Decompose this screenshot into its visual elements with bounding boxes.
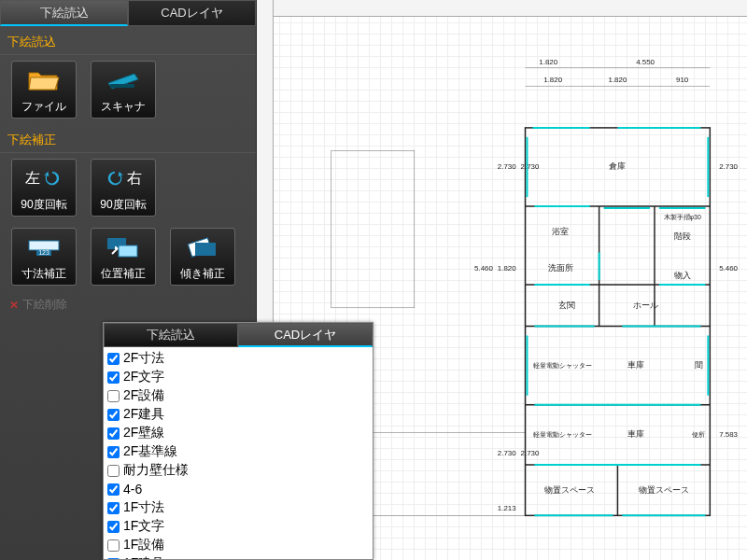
rotate-right-icon: 右 (92, 160, 155, 197)
sidebar-tabbar: 下絵読込 CADレイヤ (0, 0, 256, 26)
layer-list[interactable]: 2F寸法2F文字2F設備2F建具2F壁線2F基準線耐力壁仕様4-61F寸法1F文… (104, 347, 373, 559)
layer-item[interactable]: 1F設備 (107, 536, 369, 554)
layer-checkbox[interactable] (107, 446, 120, 458)
floor-plan: 1.820 4.550 1.820 1.820 910 2.730 2.730 … (313, 28, 738, 551)
scanner-icon (92, 62, 155, 99)
svg-text:車庫: 車庫 (627, 429, 644, 439)
svg-text:階段: 階段 (674, 231, 691, 241)
layer-label: 2F基準線 (123, 443, 177, 460)
layer-checkbox[interactable] (107, 390, 120, 402)
layer-item[interactable]: 1F文字 (107, 517, 369, 536)
layer-checkbox[interactable] (107, 483, 120, 496)
layer-item[interactable]: 2F基準線 (107, 442, 369, 461)
svg-text:玄関: 玄関 (558, 301, 575, 310)
tilt-correct-button[interactable]: 傾き補正 (170, 228, 235, 286)
svg-rect-5 (119, 245, 137, 257)
svg-text:2.730: 2.730 (498, 449, 516, 457)
svg-text:910: 910 (676, 76, 689, 84)
ruler-horizontal (257, 0, 747, 17)
layer-item[interactable]: 4-6 (107, 480, 369, 498)
dimension-correct-label: 寸法補正 (21, 266, 66, 282)
layer-tab-cad[interactable]: CADレイヤ (238, 323, 373, 347)
layer-label: 4-6 (123, 482, 142, 497)
layer-panel-tabs: 下絵読込 CADレイヤ (104, 323, 373, 347)
layer-label: 1F設備 (123, 537, 164, 553)
layer-item[interactable]: 2F設備 (107, 386, 369, 405)
svg-text:5.460: 5.460 (719, 264, 738, 273)
svg-text:物置スペース: 物置スペース (544, 485, 595, 495)
layer-item[interactable]: 2F文字 (107, 368, 369, 386)
layer-label: 2F設備 (123, 387, 164, 404)
layer-checkbox[interactable] (107, 558, 120, 560)
layer-panel[interactable]: 下絵読込 CADレイヤ 2F寸法2F文字2F設備2F建具2F壁線2F基準線耐力壁… (103, 322, 374, 560)
svg-text:軽量電動シャッター: 軽量電動シャッター (533, 362, 592, 370)
svg-rect-10 (526, 128, 711, 515)
layer-checkbox[interactable] (107, 465, 120, 477)
svg-text:洗面所: 洗面所 (548, 263, 573, 273)
layer-item[interactable]: 2F寸法 (107, 349, 369, 368)
layer-label: 2F建具 (123, 406, 164, 423)
layer-label: 1F建具 (123, 555, 164, 559)
delete-x-icon: ✕ (9, 299, 19, 312)
layer-item[interactable]: 2F建具 (107, 405, 369, 424)
svg-text:1.820: 1.820 (609, 76, 627, 84)
folder-open-icon (12, 62, 76, 99)
svg-text:浴室: 浴室 (552, 227, 569, 236)
svg-text:軽量電動シャッター: 軽量電動シャッター (533, 431, 592, 439)
svg-text:1.820: 1.820 (498, 264, 516, 273)
rotate-right-button[interactable]: 右 90度回転 (91, 159, 156, 217)
tilt-icon (171, 229, 234, 266)
svg-text:倉庫: 倉庫 (609, 161, 626, 171)
dimension-correct-button[interactable]: 123 寸法補正 (11, 228, 77, 286)
layer-label: 2F壁線 (123, 425, 164, 441)
svg-text:2.730: 2.730 (521, 162, 540, 171)
layer-tab-underlay[interactable]: 下絵読込 (104, 323, 238, 347)
layer-checkbox[interactable] (107, 353, 120, 365)
layer-checkbox[interactable] (107, 427, 120, 440)
tab-underlay[interactable]: 下絵読込 (0, 0, 128, 26)
layer-checkbox[interactable] (107, 409, 120, 421)
svg-text:物置スペース: 物置スペース (639, 485, 689, 495)
layer-label: 2F文字 (123, 369, 164, 385)
scanner-button[interactable]: スキャナ (91, 61, 156, 119)
file-button[interactable]: ファイル (11, 61, 77, 119)
svg-text:123: 123 (38, 249, 49, 256)
layer-checkbox[interactable] (107, 371, 120, 384)
layer-item[interactable]: 1F寸法 (107, 498, 369, 517)
svg-text:物入: 物入 (674, 271, 691, 280)
scanner-label: スキャナ (101, 99, 146, 115)
layer-item[interactable]: 1F建具 (107, 554, 369, 559)
layer-label: 2F寸法 (123, 350, 164, 367)
rotate-right-label: 90度回転 (100, 197, 146, 213)
position-correct-label: 位置補正 (101, 266, 146, 282)
svg-text:1.820: 1.820 (543, 76, 562, 84)
svg-text:間: 間 (695, 360, 703, 370)
svg-text:2.730: 2.730 (719, 162, 738, 171)
position-correct-button[interactable]: 位置補正 (91, 228, 156, 286)
layer-checkbox[interactable] (107, 521, 120, 533)
layer-checkbox[interactable] (107, 502, 120, 514)
svg-rect-0 (110, 84, 134, 88)
svg-text:ホール: ホール (633, 301, 658, 310)
layer-label: 1F寸法 (123, 499, 164, 516)
rotate-left-icon: 左 (12, 160, 76, 197)
file-label: ファイル (21, 99, 66, 115)
section-load-title: 下絵読込 (0, 26, 256, 55)
svg-rect-7 (195, 243, 216, 256)
svg-text:2.730: 2.730 (498, 162, 516, 171)
svg-text:木製手摺φ30: 木製手摺φ30 (664, 214, 701, 221)
delete-underlay-label: 下絵削除 (22, 297, 67, 313)
layer-item[interactable]: 2F壁線 (107, 424, 369, 442)
svg-text:5.460: 5.460 (474, 264, 493, 273)
svg-text:2.730: 2.730 (521, 449, 540, 457)
layer-checkbox[interactable] (107, 539, 120, 552)
position-icon (92, 229, 155, 266)
layer-label: 耐力壁仕様 (123, 462, 189, 479)
layer-item[interactable]: 耐力壁仕様 (107, 461, 369, 480)
svg-text:7.583: 7.583 (719, 430, 738, 439)
svg-text:1.213: 1.213 (498, 504, 516, 512)
delete-underlay: ✕ 下絵削除 (0, 291, 256, 318)
tab-cad-layer[interactable]: CADレイヤ (128, 0, 256, 26)
svg-text:4.550: 4.550 (636, 58, 655, 66)
rotate-left-button[interactable]: 左 90度回転 (11, 159, 77, 217)
